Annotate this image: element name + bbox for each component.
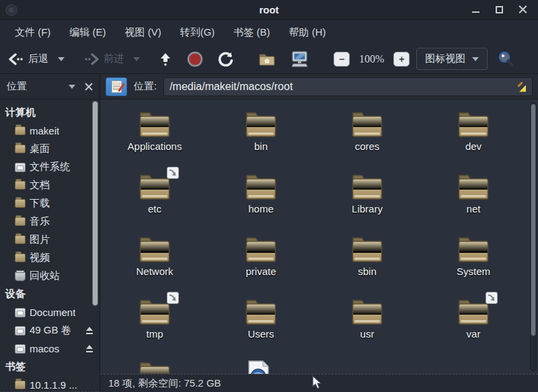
file-name: sbin xyxy=(358,266,377,277)
statusbar: 18 项, 剩余空间: 75.2 GB xyxy=(100,374,538,392)
location-path[interactable]: /media/makeit/macos/root xyxy=(169,81,516,93)
folder-icon xyxy=(457,298,490,326)
up-arrow-icon xyxy=(159,52,172,67)
sidebar: 位置 计算机 makeit 桌面 文件系统 文档 下载 xyxy=(0,74,100,392)
sidebar-item[interactable]: Document xyxy=(0,303,100,321)
menu-item[interactable]: 文件 (F) xyxy=(7,23,59,42)
menu-item[interactable]: 视图 (V) xyxy=(117,23,169,42)
sidebar-item[interactable]: makeit xyxy=(0,122,100,140)
file-view-scrollbar-thumb[interactable] xyxy=(531,104,536,336)
folder-icon xyxy=(457,173,490,201)
menu-item[interactable]: 转到(G) xyxy=(172,23,223,42)
zoom-out-button[interactable]: − xyxy=(331,49,352,69)
back-icon xyxy=(8,53,24,65)
stop-button[interactable] xyxy=(184,48,206,70)
file-item[interactable]: etc xyxy=(102,167,208,230)
file-item[interactable]: Applications xyxy=(102,105,208,167)
sidebar-item[interactable]: 回收站 xyxy=(0,267,100,285)
sidebar-item[interactable]: 下载 xyxy=(0,194,100,212)
folder-icon xyxy=(351,173,383,201)
sidebar-item[interactable]: 视频 xyxy=(0,249,100,267)
folder-icon xyxy=(139,298,171,326)
sidebar-item-icon xyxy=(15,381,26,389)
file-name: etc xyxy=(148,203,161,214)
sidebar-item[interactable]: 文档 xyxy=(0,176,100,194)
sidebar-close-icon[interactable] xyxy=(85,83,93,91)
file-item[interactable]: sbin xyxy=(314,230,420,292)
file-name: Applications xyxy=(128,141,182,152)
home-button[interactable] xyxy=(256,49,278,69)
file-item[interactable]: var xyxy=(420,292,527,355)
file-view[interactable]: Applications xyxy=(100,100,538,374)
clear-location-icon[interactable] xyxy=(516,81,527,92)
up-button[interactable] xyxy=(156,49,175,69)
folder-icon xyxy=(139,110,171,139)
file-item[interactable]: cores xyxy=(314,105,420,167)
sidebar-item-label: 音乐 xyxy=(30,215,50,228)
sidebar-item[interactable]: 音乐 xyxy=(0,212,100,231)
file-item[interactable]: net xyxy=(420,167,527,230)
file-item[interactable]: System xyxy=(420,230,527,292)
sidebar-item[interactable]: 10.1.1.9 ... xyxy=(0,376,100,391)
file-view-scrollbar[interactable] xyxy=(530,102,537,371)
computer-button[interactable] xyxy=(288,48,312,71)
file-name: net xyxy=(467,203,481,214)
sidebar-pane-chevron-icon[interactable] xyxy=(69,85,75,89)
sidebar-item-icon xyxy=(15,253,26,262)
eject-icon[interactable] xyxy=(85,345,94,352)
location-edit-toggle-button[interactable] xyxy=(106,77,127,96)
search-icon xyxy=(497,50,514,68)
file-item[interactable]: usr xyxy=(314,292,420,355)
computer-icon xyxy=(291,50,309,68)
eject-icon[interactable] xyxy=(85,327,94,334)
sidebar-item[interactable]: 49 GB 卷 xyxy=(0,321,100,340)
sidebar-item-icon xyxy=(15,235,26,244)
sidebar-item-label: 视频 xyxy=(30,251,50,264)
forward-button[interactable]: 前进 xyxy=(81,50,129,68)
close-button[interactable] xyxy=(518,5,527,14)
sidebar-item-icon xyxy=(15,145,26,153)
sidebar-item[interactable]: 图片 xyxy=(0,231,100,249)
location-bar: 位置: /media/makeit/macos/root xyxy=(100,74,538,100)
back-label: 后退 xyxy=(28,52,48,65)
sidebar-item[interactable]: 桌面 xyxy=(0,140,100,158)
folder-icon xyxy=(139,173,171,201)
sidebar-pane-selector[interactable]: 位置 xyxy=(7,80,27,93)
sidebar-item-icon xyxy=(15,199,26,208)
folder-icon xyxy=(457,110,490,139)
file-item[interactable]: Users xyxy=(208,292,314,355)
menu-item[interactable]: 编辑 (E) xyxy=(61,23,114,42)
zoom-in-button[interactable]: + xyxy=(391,49,412,69)
refresh-button[interactable] xyxy=(215,48,237,70)
file-item[interactable] xyxy=(208,355,314,374)
sidebar-scrollbar-thumb[interactable] xyxy=(92,101,98,306)
folder-icon xyxy=(457,235,490,264)
file-item[interactable] xyxy=(102,355,208,374)
back-button[interactable]: 后退 xyxy=(5,50,54,68)
sidebar-section-header: 设备 xyxy=(0,285,100,303)
sidebar-item-label: 图片 xyxy=(30,233,50,246)
sidebar-item-icon xyxy=(15,272,26,281)
file-item[interactable]: tmp xyxy=(102,292,208,355)
stop-icon xyxy=(187,51,203,67)
file-item[interactable]: dev xyxy=(420,105,527,167)
menu-item[interactable]: 书签 (B) xyxy=(225,23,278,42)
location-input[interactable]: /media/makeit/macos/root xyxy=(163,77,533,96)
file-item[interactable]: home xyxy=(208,167,314,230)
sidebar-item[interactable]: 文件系统 xyxy=(0,158,100,176)
sidebar-header[interactable]: 位置 xyxy=(0,74,100,100)
file-item[interactable]: Library xyxy=(314,167,420,230)
back-history-chevron-icon[interactable] xyxy=(58,57,65,61)
menu-item[interactable]: 帮助 (H) xyxy=(281,23,334,42)
sidebar-item-icon xyxy=(15,163,26,172)
sidebar-item[interactable]: macos xyxy=(0,340,100,358)
search-button[interactable] xyxy=(494,48,517,71)
symlink-emblem-icon xyxy=(486,292,498,304)
file-item[interactable]: Network xyxy=(102,230,208,292)
file-item[interactable]: private xyxy=(208,230,314,292)
edit-note-icon xyxy=(112,81,122,93)
maximize-button[interactable] xyxy=(495,5,504,14)
view-mode-dropdown[interactable]: 图标视图 xyxy=(416,48,488,70)
minimize-button[interactable] xyxy=(471,5,480,14)
file-item[interactable]: bin xyxy=(208,105,314,167)
